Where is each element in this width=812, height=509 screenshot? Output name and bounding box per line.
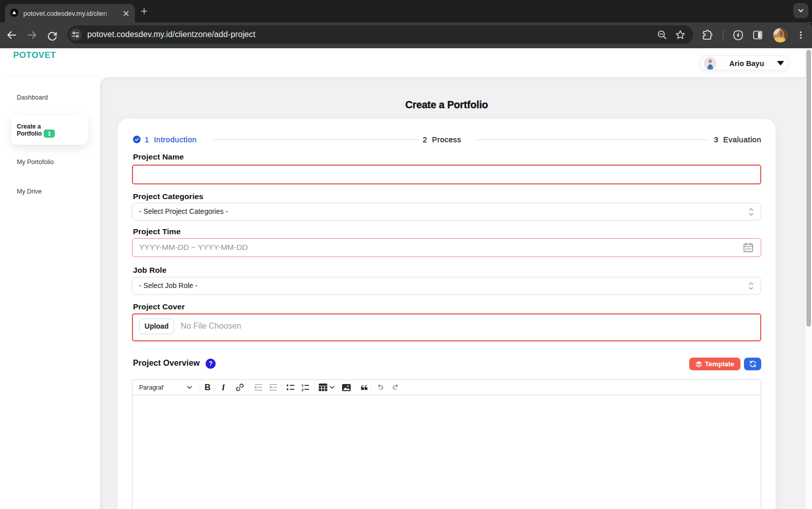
svg-text:1: 1 — [301, 383, 303, 388]
svg-text:2024: 2024 — [745, 247, 751, 250]
svg-text:2: 2 — [301, 388, 303, 392]
